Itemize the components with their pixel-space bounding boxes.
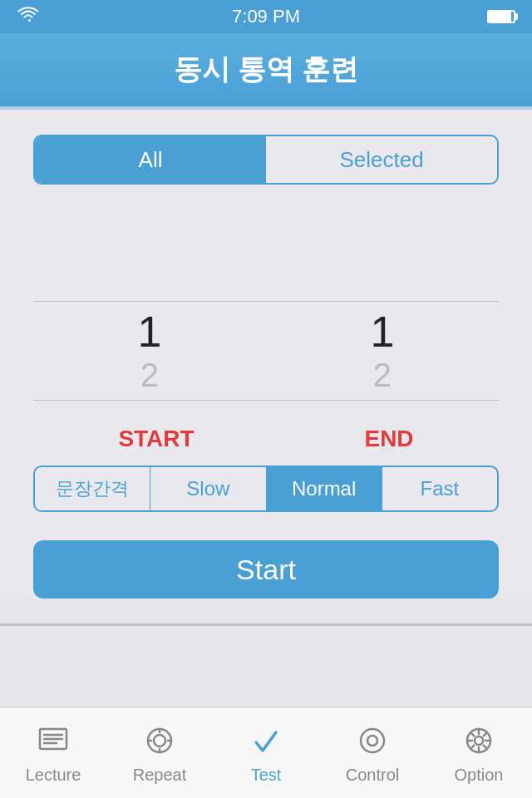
tab-item-repeat[interactable]: Repeat bbox=[106, 721, 213, 785]
lecture-icon bbox=[33, 721, 73, 761]
normal-button[interactable]: Normal bbox=[267, 467, 382, 510]
tab-item-option[interactable]: Option bbox=[426, 721, 532, 785]
tab-bar: Lecture Repeat Test Control bbox=[0, 707, 532, 798]
option-icon bbox=[459, 721, 499, 761]
start-picker-secondary: 2 bbox=[140, 358, 159, 392]
end-picker-secondary: 2 bbox=[373, 358, 392, 392]
all-selected-toggle[interactable]: All Selected bbox=[33, 135, 499, 185]
status-time: 7:09 PM bbox=[232, 6, 300, 27]
battery-icon bbox=[487, 10, 515, 23]
tab-item-lecture[interactable]: Lecture bbox=[0, 721, 106, 785]
svg-line-15 bbox=[484, 746, 487, 749]
start-label: START bbox=[118, 426, 194, 452]
control-icon bbox=[352, 721, 392, 761]
speed-toggle[interactable]: 문장간격 Slow Normal Fast bbox=[33, 466, 499, 512]
all-tab-button[interactable]: All bbox=[35, 136, 266, 183]
tab-item-test[interactable]: Test bbox=[213, 721, 319, 785]
test-tab-label: Test bbox=[251, 766, 282, 785]
svg-point-6 bbox=[361, 729, 384, 752]
svg-line-17 bbox=[470, 746, 474, 749]
nav-bar: 동시 통역 훈련 bbox=[0, 33, 532, 106]
option-tab-label: Option bbox=[455, 766, 504, 785]
svg-point-5 bbox=[154, 735, 165, 746]
bottom-separator bbox=[0, 623, 532, 626]
end-picker-main: 1 bbox=[371, 310, 395, 353]
status-bar: 7:09 PM bbox=[0, 0, 532, 33]
picker-section: 1 2 1 2 bbox=[33, 301, 499, 401]
svg-point-9 bbox=[475, 736, 483, 745]
tab-item-control[interactable]: Control bbox=[319, 721, 426, 785]
svg-line-16 bbox=[484, 732, 487, 736]
lecture-tab-label: Lecture bbox=[26, 766, 81, 785]
end-picker[interactable]: 1 2 bbox=[371, 310, 395, 392]
svg-point-7 bbox=[367, 736, 377, 746]
main-content: All Selected 1 2 1 2 START END 문장간격 Slow… bbox=[0, 110, 532, 598]
end-label: END bbox=[364, 426, 413, 452]
wifi-icon bbox=[17, 7, 40, 27]
korean-label-button[interactable]: 문장간격 bbox=[35, 467, 150, 510]
nav-title: 동시 통역 훈련 bbox=[174, 51, 359, 89]
slow-button[interactable]: Slow bbox=[150, 467, 265, 510]
svg-line-14 bbox=[470, 732, 474, 736]
start-picker[interactable]: 1 2 bbox=[138, 310, 162, 392]
fast-button[interactable]: Fast bbox=[382, 467, 497, 510]
control-tab-label: Control bbox=[346, 766, 399, 785]
spacer bbox=[33, 201, 499, 301]
start-button[interactable]: Start bbox=[33, 540, 499, 598]
start-picker-main: 1 bbox=[138, 310, 162, 353]
selected-tab-button[interactable]: Selected bbox=[266, 136, 497, 183]
repeat-icon bbox=[140, 721, 180, 761]
range-labels: START END bbox=[33, 426, 499, 452]
repeat-tab-label: Repeat bbox=[133, 766, 187, 785]
test-icon bbox=[246, 721, 286, 761]
